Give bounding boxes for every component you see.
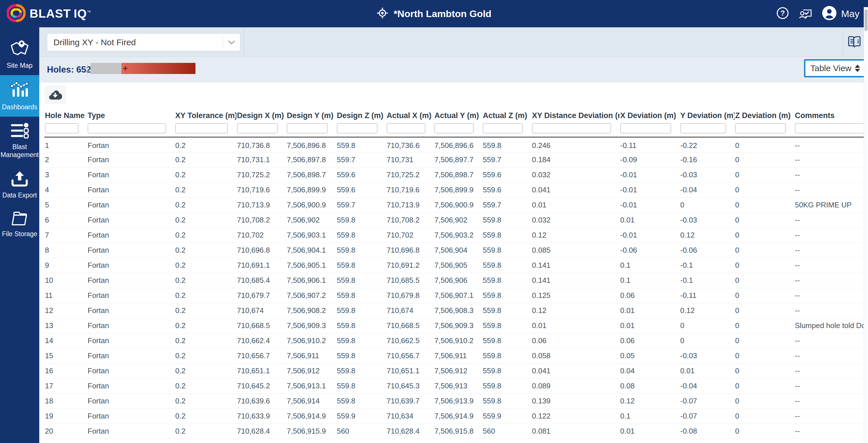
column-header-design-z-m[interactable]: Design Z (m) <box>336 107 386 123</box>
column-header-hole-name[interactable]: Hole Name <box>44 107 87 123</box>
cell: -- <box>794 258 868 273</box>
cell: 559.6 <box>482 167 531 182</box>
column-header-xy-tolerance-m[interactable]: XY Tolerance (m) <box>175 107 237 123</box>
cell: 7,506,914 <box>286 393 336 409</box>
cell: 7,506,910.2 <box>286 333 336 348</box>
cell: 12 <box>44 303 87 318</box>
table-row[interactable]: 19Fortan0.2710,633.97,506,914.9559.9710,… <box>44 409 868 424</box>
filter-input-actual-x-m[interactable] <box>386 123 425 133</box>
table-row[interactable]: 14Fortan0.2710,662.47,506,910.2559.8710,… <box>44 333 868 348</box>
table-row[interactable]: 1Fortan0.2710,736.87,506,896.8559.8710,7… <box>44 137 868 152</box>
table-row[interactable]: 16Fortan0.2710,651.17,506,912559.8710,65… <box>44 363 868 378</box>
sidebar-item-site-map[interactable]: Site Map <box>0 34 39 75</box>
sidebar-item-blast-management[interactable]: Blast Management <box>0 117 39 164</box>
table-row[interactable]: 3Fortan0.2710,725.27,506,898.7559.6710,7… <box>44 167 868 182</box>
user-menu[interactable]: May <box>822 6 860 22</box>
scrollbar-thumb[interactable] <box>865 9 867 31</box>
cell: 710,628.4 <box>237 424 286 439</box>
sidebar-item-data-export[interactable]: Data Export <box>0 164 39 205</box>
cell: Fortan <box>87 228 175 243</box>
filter-input-x-deviation-m[interactable] <box>620 123 671 133</box>
cell: -0.22 <box>680 137 735 152</box>
table-row[interactable]: 17Fortan0.2710,645.27,506,913.1559.8710,… <box>44 378 868 393</box>
filter-cell <box>336 123 386 137</box>
cell: 0 <box>735 318 794 333</box>
column-header-xy-distance-deviation-m[interactable]: XY Distance Deviation (m) <box>531 107 620 123</box>
table-row[interactable]: 9Fortan0.2710,691.17,506,905.1559.8710,6… <box>44 258 868 273</box>
cell: Fortan <box>87 303 175 318</box>
cell: -0.11 <box>620 137 680 152</box>
site-title-group: *North Lambton Gold <box>377 0 492 27</box>
sidebar-item-dashboards[interactable]: Dashboards <box>0 75 39 117</box>
cell: 0.2 <box>175 213 237 228</box>
column-header-comments[interactable]: Comments <box>794 107 868 123</box>
table-row[interactable]: 13Fortan0.2710,668.57,506,909.3559.8710,… <box>44 318 868 333</box>
table-row[interactable]: 5Fortan0.2710,713.97,506,900.9559.7710,7… <box>44 197 868 213</box>
filter-input-y-deviation-m[interactable] <box>680 123 726 133</box>
holes-table-container[interactable]: Hole NameTypeXY Tolerance (m)Design X (m… <box>44 107 868 439</box>
cell: 0.01 <box>620 424 680 439</box>
filter-input-type[interactable] <box>88 123 166 133</box>
filter-input-xy-distance-deviation-m[interactable] <box>532 123 611 133</box>
column-header-design-x-m[interactable]: Design X (m) <box>237 107 286 123</box>
filter-input-xy-tolerance-m[interactable] <box>175 123 228 133</box>
chevron-down-icon <box>223 40 240 45</box>
filter-input-design-x-m[interactable] <box>237 123 278 133</box>
cell: -0.11 <box>680 288 735 303</box>
cell: 710,645.3 <box>386 378 434 393</box>
filter-input-actual-y-m[interactable] <box>434 123 474 133</box>
column-header-actual-x-m[interactable]: Actual X (m) <box>386 107 434 123</box>
cell: 0.122 <box>531 409 620 424</box>
cell: 7,506,913 <box>434 378 482 393</box>
cell: 0.2 <box>175 167 237 182</box>
cell: 0.01 <box>680 363 735 378</box>
help-icon[interactable]: ? <box>776 7 789 21</box>
dashboard-select[interactable]: Drilling XY - Not Fired <box>47 33 240 51</box>
filter-input-design-y-m[interactable] <box>287 123 328 133</box>
table-row[interactable]: 15Fortan0.2710,656.77,506,911559.8710,65… <box>44 348 868 363</box>
table-row[interactable]: 6Fortan0.2710,708.27,506,902559.8710,708… <box>44 213 868 228</box>
table-row[interactable]: 7Fortan0.2710,7027,506,903.1559.8710,702… <box>44 228 868 243</box>
cell: 559.8 <box>336 318 386 333</box>
column-header-type[interactable]: Type <box>87 107 175 123</box>
export-download-button[interactable] <box>44 85 66 104</box>
cell: 7,506,903.2 <box>434 228 482 243</box>
table-row[interactable]: 2Fortan0.2710,731.17,506,897.8559.7710,7… <box>44 152 868 167</box>
holes-table: Hole NameTypeXY Tolerance (m)Design X (m… <box>44 107 868 439</box>
table-row[interactable]: 12Fortan0.2710,6747,506,908.2559.8710,67… <box>44 303 868 318</box>
cell: 0.2 <box>175 333 237 348</box>
cell: 0.141 <box>531 258 620 273</box>
column-header-design-y-m[interactable]: Design Y (m) <box>286 107 336 123</box>
table-row[interactable]: 4Fortan0.2710,719.67,506,899.9559.6710,7… <box>44 182 868 197</box>
upload-tray-icon <box>11 171 28 188</box>
filter-input-design-z-m[interactable] <box>337 123 377 133</box>
filter-input-comments[interactable] <box>795 123 868 133</box>
column-header-y-deviation-m[interactable]: Y Deviation (m) <box>680 107 735 123</box>
filter-input-actual-z-m[interactable] <box>483 123 523 133</box>
cell: 7,506,914.9 <box>434 409 482 424</box>
table-row[interactable]: 18Fortan0.2710,639.67,506,914559.8710,63… <box>44 393 868 409</box>
column-header-x-deviation-m[interactable]: X Deviation (m) <box>620 107 680 123</box>
cell: 559.7 <box>482 152 531 167</box>
filter-input-z-deviation-m[interactable] <box>735 123 786 133</box>
table-row[interactable]: 10Fortan0.2710,685.47,506,906.1559.8710,… <box>44 273 868 288</box>
cell: Fortan <box>87 378 175 393</box>
filter-input-hole-name[interactable] <box>45 123 79 133</box>
column-header-actual-z-m[interactable]: Actual Z (m) <box>482 107 531 123</box>
cell: 710,696.8 <box>386 243 434 258</box>
column-header-actual-y-m[interactable]: Actual Y (m) <box>434 107 482 123</box>
table-row[interactable]: 8Fortan0.2710,696.87,506,904.1559.8710,6… <box>44 243 868 258</box>
dashboard-select-value: Drilling XY - Not Fired <box>47 37 223 47</box>
vertical-scrollbar[interactable] <box>864 7 868 443</box>
feedback-check-icon[interactable] <box>799 6 812 21</box>
cell: 710,656.7 <box>386 348 434 363</box>
sidebar-item-file-storage[interactable]: File Storage <box>0 205 39 244</box>
cell: 559.9 <box>336 409 386 424</box>
cell: 9 <box>44 258 87 273</box>
table-row[interactable]: 11Fortan0.2710,679.77,506,907.2559.8710,… <box>44 288 868 303</box>
view-mode-select[interactable]: Table View <box>804 59 866 77</box>
table-row[interactable]: 20Fortan0.2710,628.47,506,915.9560710,62… <box>44 424 868 439</box>
column-header-z-deviation-m[interactable]: Z Deviation (m) <box>735 107 794 123</box>
open-book-info-icon[interactable]: i <box>847 34 863 50</box>
cell: 710,731 <box>386 152 434 167</box>
